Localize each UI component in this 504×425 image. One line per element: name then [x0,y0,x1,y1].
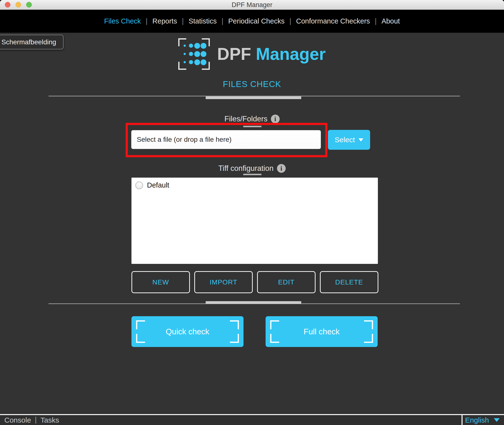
full-check-label: Full check [304,327,340,336]
zoom-button[interactable] [26,2,32,8]
language-section-divider [462,414,463,425]
nav-conformance-checkers[interactable]: Conformance Checkers [291,17,375,25]
statusbar-tabs: Console Tasks [0,416,59,424]
tasks-tab[interactable]: Tasks [41,416,59,424]
close-button[interactable] [5,2,10,8]
window-controls [5,2,32,8]
nav-files-check[interactable]: Files Check [99,17,146,25]
main-content: Schermafbeelding DPF Manager FILES CHECK [0,33,504,414]
logo-word-dpf: DPF [217,45,251,63]
divider-bottom-handle [206,301,301,304]
page-title: FILES CHECK [0,79,504,89]
radio-icon[interactable] [135,181,143,189]
info-icon[interactable] [277,164,286,173]
bracket-corner-icon [364,334,373,343]
full-check-button[interactable]: Full check [266,316,378,347]
nav-separator: | [146,17,148,25]
language-selector[interactable]: English [465,415,500,425]
divider-top-handle [206,96,301,99]
select-file-button[interactable]: Select [328,130,370,150]
nav-separator: | [182,17,184,25]
files-folders-label: Files/Folders [224,115,267,123]
titlebar: DPF Manager [0,0,504,10]
app-window: DPF Manager Files Check | Reports | Stat… [0,0,504,425]
bracket-corner-icon [270,334,279,343]
quick-check-button[interactable]: Quick check [131,316,244,347]
file-path-input[interactable] [131,130,321,149]
logo-wordmark: DPF Manager [217,44,325,64]
minimize-button[interactable] [16,2,21,8]
nav-statistics[interactable]: Statistics [184,17,221,25]
config-option-label: Default [147,181,169,189]
statusbar: Console Tasks [0,415,504,425]
logo-brackets-icon [178,38,210,70]
logo-word-manager: Manager [256,45,326,63]
language-label: English [465,416,489,424]
bracket-corner-icon [270,320,279,329]
select-file-button-label: Select [335,136,355,144]
tiff-config-list: Default [131,178,378,264]
main-nav: Files Check | Reports | Statistics | Per… [0,10,504,33]
window-title: DPF Manager [232,1,272,9]
edit-config-button[interactable]: EDIT [257,271,316,293]
bracket-corner-icon [364,320,373,329]
nav-reports[interactable]: Reports [147,17,182,25]
tiff-section-dash [243,174,261,175]
bracket-corner-icon [136,334,145,343]
config-actions: NEW IMPORT EDIT DELETE [131,271,378,293]
quick-check-label: Quick check [166,327,209,336]
config-option-default[interactable]: Default [135,181,169,189]
import-config-button[interactable]: IMPORT [194,271,253,293]
delete-config-button[interactable]: DELETE [320,271,378,293]
logo-dots-icon [181,42,207,66]
new-config-button[interactable]: NEW [131,271,190,293]
bracket-corner-icon [230,320,239,329]
nav-periodical-checks[interactable]: Periodical Checks [223,17,289,25]
nav-about[interactable]: About [377,17,405,25]
nav-separator: | [289,17,291,25]
bracket-corner-icon [136,320,145,329]
bracket-corner-icon [230,334,239,343]
chevron-down-icon [358,138,363,142]
files-folders-header: Files/Folders [0,115,504,123]
app-logo: DPF Manager [0,36,504,71]
tiff-config-header: Tiff configuration [0,164,504,173]
nav-separator: | [221,17,223,25]
nav-separator: | [375,17,377,25]
info-icon[interactable] [271,115,280,123]
console-tab[interactable]: Console [4,416,31,424]
chevron-down-icon [494,418,500,422]
statusbar-separator [35,417,36,424]
tiff-config-label: Tiff configuration [218,164,273,173]
